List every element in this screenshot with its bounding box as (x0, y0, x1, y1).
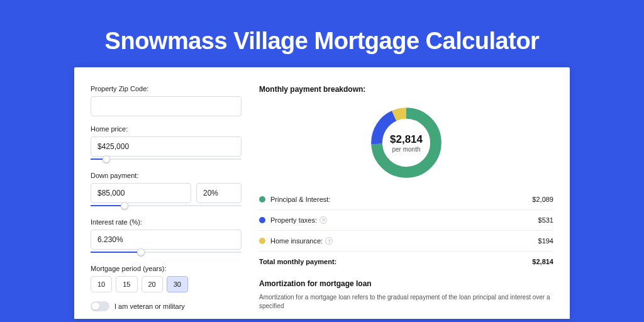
interest-label: Interest rate (%): (91, 218, 242, 226)
legend-label: Home insurance: (270, 237, 323, 245)
legend: Principal & Interest: $2,089 Property ta… (259, 189, 553, 272)
home-price-slider[interactable] (91, 155, 242, 163)
donut-amount: $2,814 (390, 133, 423, 146)
legend-row-total: Total monthly payment: $2,814 (259, 252, 553, 272)
dot-icon (259, 217, 265, 223)
legend-row-principal: Principal & Interest: $2,089 (259, 189, 553, 210)
interest-input[interactable] (91, 230, 242, 250)
veteran-toggle[interactable] (91, 301, 109, 311)
period-field: Mortgage period (years): 10 15 20 30 (91, 265, 242, 292)
amortization-text: Amortization for a mortgage loan refers … (259, 293, 553, 311)
down-payment-label: Down payment: (91, 172, 242, 179)
home-price-label: Home price: (91, 125, 242, 133)
period-options: 10 15 20 30 (91, 276, 242, 292)
page-title: Snowmass Village Mortgage Calculator (0, 28, 644, 55)
legend-value: $194 (538, 237, 553, 245)
interest-slider[interactable] (91, 248, 242, 256)
period-btn-10[interactable]: 10 (91, 276, 112, 292)
legend-label: Property taxes: (270, 216, 317, 224)
slider-thumb[interactable] (121, 202, 128, 209)
period-btn-20[interactable]: 20 (142, 276, 163, 292)
form-panel: Property Zip Code: Home price: Down paym… (91, 85, 242, 319)
calculator-card: Property Zip Code: Home price: Down paym… (74, 67, 570, 319)
zip-input[interactable] (91, 96, 242, 116)
dot-icon (259, 196, 265, 203)
interest-field: Interest rate (%): (91, 218, 242, 256)
legend-label: Principal & Interest: (270, 196, 330, 203)
donut-chart: $2,814 per month (367, 104, 445, 182)
down-payment-pct-input[interactable] (196, 183, 242, 203)
legend-row-insurance: Home insurance: ? $194 (259, 231, 553, 252)
slider-thumb[interactable] (103, 155, 110, 163)
down-payment-field: Down payment: (91, 172, 242, 209)
donut-center: $2,814 per month (367, 104, 445, 182)
down-payment-input[interactable] (91, 183, 191, 203)
legend-value: $2,089 (532, 196, 553, 203)
veteran-label: I am veteran or military (114, 303, 185, 310)
period-label: Mortgage period (years): (91, 265, 242, 272)
hero: Snowmass Village Mortgage Calculator (0, 0, 644, 67)
amortization-title: Amortization for mortgage loan (259, 279, 553, 288)
down-payment-slider[interactable] (91, 202, 242, 209)
zip-field: Property Zip Code: (91, 85, 242, 116)
amortization-section: Amortization for mortgage loan Amortizat… (259, 279, 553, 311)
home-price-field: Home price: (91, 125, 242, 163)
legend-row-taxes: Property taxes: ? $531 (259, 210, 553, 231)
zip-label: Property Zip Code: (91, 85, 242, 92)
period-btn-30[interactable]: 30 (167, 276, 188, 292)
breakdown-panel: Monthly payment breakdown: $2,814 per mo… (259, 85, 553, 319)
total-value: $2,814 (532, 258, 553, 265)
donut-sub: per month (392, 146, 420, 153)
period-btn-15[interactable]: 15 (116, 276, 137, 292)
slider-thumb[interactable] (137, 248, 145, 256)
breakdown-title: Monthly payment breakdown: (259, 85, 553, 94)
info-icon[interactable]: ? (325, 237, 333, 245)
info-icon[interactable]: ? (319, 216, 327, 224)
home-price-input[interactable] (91, 136, 242, 157)
dot-icon (259, 238, 265, 244)
total-label: Total monthly payment: (259, 258, 336, 265)
donut-wrap: $2,814 per month (259, 100, 553, 189)
veteran-row: I am veteran or military (91, 301, 242, 311)
legend-value: $531 (538, 216, 553, 224)
